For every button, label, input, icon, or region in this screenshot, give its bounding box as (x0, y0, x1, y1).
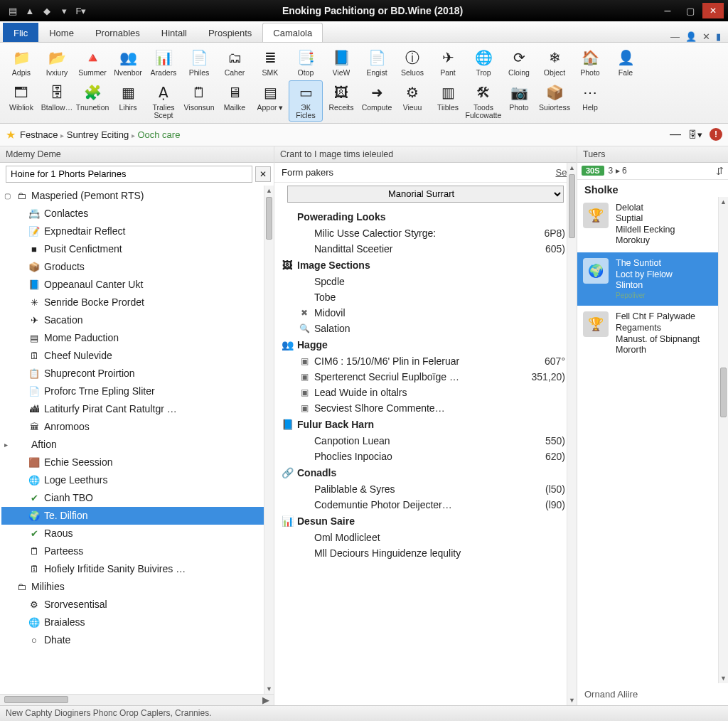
content-row[interactable]: ✖ Midovil (274, 305, 577, 321)
tree-item[interactable]: ▤ Mome Paduction (1, 329, 274, 347)
content-row[interactable]: 🔍 Salation (274, 321, 577, 336)
tree-item[interactable]: ■ Pusit Cenfictment (1, 240, 274, 258)
side-scrollbar[interactable]: ▲ ▼ (718, 197, 728, 683)
ribbon-btallow--button[interactable]: 🗄 Btallow… (40, 80, 74, 122)
content-row[interactable]: Codemuntie Photor Deijecter… (l90) (274, 497, 577, 513)
nav-hscrollbar[interactable]: ▶ (0, 694, 274, 705)
content-selector[interactable]: Manorial Surrart (287, 186, 564, 203)
diamond-icon[interactable]: ◆ (41, 5, 53, 16)
ribbon-help-button[interactable]: ⋯ Help (573, 80, 607, 122)
ribbon-tiibles-button[interactable]: ▥ Tiibles (431, 80, 465, 122)
archive-icon[interactable]: 🗄▾ (688, 129, 702, 140)
tree-item[interactable]: 📦 Groducts (1, 258, 274, 276)
collapse-icon[interactable]: — (670, 128, 681, 141)
side-pager[interactable]: 3 ▸ 6 (609, 166, 627, 176)
content-row[interactable]: Nandittal Sceetier 605) (274, 241, 577, 257)
doc-minimize-icon[interactable]: — (670, 31, 680, 42)
tab-hintall[interactable]: Hintall (151, 23, 198, 42)
tab-prornables[interactable]: Prornables (85, 23, 151, 42)
ribbon-ivxiury-button[interactable]: 📂 Ivxiury (40, 46, 74, 79)
tree-item[interactable]: ✈ Sacation (1, 311, 274, 329)
content-row[interactable]: Canpotion Luean 550) (274, 433, 577, 449)
ribbon-philes-button[interactable]: 📄 Philes (182, 46, 216, 79)
ribbon-visonsun-button[interactable]: 🗒 Visonsun (182, 80, 216, 122)
window-maximize-button[interactable] (680, 3, 701, 18)
tree-item[interactable]: 🏛 Anromoos (1, 418, 274, 436)
ribbon-lihirs-button[interactable]: ▦ Lihirs (111, 80, 145, 122)
nav-tree[interactable]: ▢ 🗀 Masperied (Pemont RTS) 📇 Conlactes 📝… (0, 186, 274, 694)
tree-item[interactable]: 📋 Shuprecont Proirtion (1, 365, 274, 382)
ribbon-engist-button[interactable]: 📄 Engist (360, 46, 394, 79)
nav-search-input[interactable] (6, 166, 252, 183)
tree-item[interactable]: 🟫 Echie Seession (1, 454, 274, 471)
ribbon-object-button[interactable]: ❄ Object (537, 46, 572, 79)
doc-help-icon[interactable]: ▮ (716, 31, 721, 42)
tree-item[interactable]: ✔ Cianh TBO (1, 489, 274, 507)
tab-file[interactable]: Flic (3, 23, 38, 42)
breadcrumb-item[interactable]: Suntrey Eciting (67, 129, 129, 140)
format-icon[interactable]: F▾ (75, 5, 87, 16)
content-group-header[interactable]: 🖼Image Sections (274, 257, 577, 274)
tree-item[interactable]: 🗒 Parteess (1, 542, 274, 560)
content-group-header[interactable]: 👥Hagge (274, 336, 577, 353)
ribbon-adpis-button[interactable]: 📁 Adpis (4, 46, 38, 79)
content-row[interactable]: Milic Usse Calectior Styrge: 6P8) (274, 225, 577, 241)
tree-item[interactable]: 📄 Proforc Trne Epling Sliter (1, 382, 274, 400)
tree-item[interactable]: ✔ Raous (1, 525, 274, 542)
ribbon-appor--button[interactable]: ▤ Appor ▾ (253, 80, 287, 122)
content-row[interactable]: ▣ Lead Wuide in oltalrs (274, 385, 577, 400)
content-group-header[interactable]: 🔗Conadls (274, 464, 577, 481)
ribbon-trop-button[interactable]: 🌐 Trop (466, 46, 500, 79)
tree-item[interactable]: 🗓 Hofiely Irfitide Sanity Buivires … (1, 560, 274, 578)
content-group-header[interactable]: 📊Desun Saire (274, 513, 577, 530)
breadcrumb-item[interactable]: Ooch care (137, 129, 180, 140)
ribbon-view-button[interactable]: 📘 VieW (324, 46, 358, 79)
ribbon-tralies-button[interactable]: Ạ TraliesScept (146, 80, 181, 122)
star-icon[interactable]: ★ (6, 128, 16, 141)
dropdown-icon[interactable]: ▾ (58, 5, 70, 16)
tree-item[interactable]: ▸ Aftion (1, 436, 274, 454)
tree-item[interactable]: 📝 Expnedtair Reflect (1, 223, 274, 240)
doc-user-icon[interactable]: 👤 (685, 31, 697, 42)
ribbon-seluos-button[interactable]: ⓘ Seluos (395, 46, 429, 79)
ribbon-suiortess-button[interactable]: 📦 Suiortess (537, 80, 572, 122)
tree-item[interactable]: 🌐 Loge Leethurs (1, 471, 274, 489)
ribbon-nvenbor-button[interactable]: 👥 Nvenbor (111, 46, 145, 79)
content-group-header[interactable]: 📘Fulur Back Harn (274, 416, 577, 433)
ribbon-summer-button[interactable]: 🔺 Summer (75, 46, 109, 79)
ribbon-araders-button[interactable]: 📊 Araders (146, 46, 181, 79)
tree-item[interactable]: 📇 Conlactes (1, 205, 274, 223)
ribbon-toods-button[interactable]: 🛠 ToodsFulcowatte (466, 80, 500, 122)
tree-item[interactable]: 🗀 Milihies (1, 578, 274, 596)
tree-item[interactable]: 🌐 Braialess (1, 614, 274, 631)
ribbon-receits-button[interactable]: 🖼 Receits (324, 80, 358, 122)
ribbon-photo-button[interactable]: 🏠 Photo (573, 46, 607, 79)
content-group-header[interactable]: Powerading Looks (274, 208, 577, 225)
content-row[interactable]: ▣ CIM6 : 15/10/M6' Plin in Feleruar 607° (274, 353, 577, 369)
side-sort-icon[interactable]: ⇵ (716, 166, 724, 176)
ribbon-tnunetion-button[interactable]: 🧩 Tnunetion (75, 80, 109, 122)
error-indicator-icon[interactable]: ! (710, 128, 722, 141)
tab-camalola[interactable]: Camalola (262, 23, 323, 42)
tree-item[interactable]: 🌍 Te. Dilfion (1, 507, 274, 525)
content-scrollbar[interactable]: ▲ ▼ (567, 163, 577, 705)
content-row[interactable]: Phoclies Inpociao 620) (274, 449, 577, 464)
content-row[interactable]: Oml Modlicleet (274, 530, 577, 545)
ribbon---button[interactable]: ▭ ЭКFicles (289, 80, 323, 122)
ribbon-pant-button[interactable]: ✈ Pant (431, 46, 465, 79)
ribbon-photo-button[interactable]: 📷 Photo (502, 80, 536, 122)
tree-item[interactable]: ○ Dhate (1, 631, 274, 649)
content-row[interactable]: Tobe (274, 289, 577, 305)
ribbon-otop-button[interactable]: 📑 Otop (289, 46, 323, 79)
result-item[interactable]: 🌍 The SuntiotLoct by FlelowSlinton Pepol… (577, 252, 728, 306)
tree-item[interactable]: ⚙ Srorvesentisal (1, 596, 274, 614)
ribbon-caher-button[interactable]: 🗂 Caher (218, 46, 252, 79)
ribbon-compute-button[interactable]: ➜ Compute (360, 80, 394, 122)
tab-home[interactable]: Home (38, 23, 85, 42)
nav-scrollbar[interactable]: ▲ ▼ (264, 186, 274, 694)
result-item[interactable]: 🏆 DelolatSuptialMildell EeckingMorokuy (577, 197, 728, 253)
result-item[interactable]: 🏆 Fell Cht F PalywadeRegamentsManust. of… (577, 306, 728, 362)
tree-item[interactable]: ✳ Senride Bocke Prordet (1, 294, 274, 311)
window-close-button[interactable] (702, 3, 724, 18)
content-row[interactable]: ▣ Sperterenct Secriul Euplboïge … 351,20… (274, 369, 577, 385)
